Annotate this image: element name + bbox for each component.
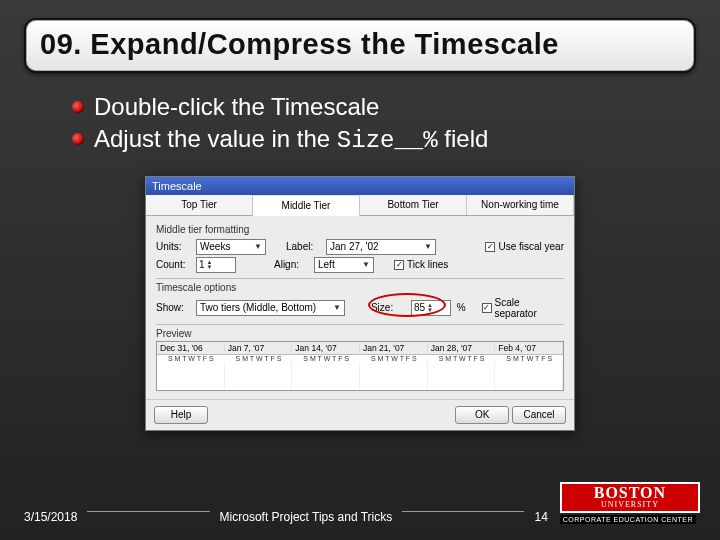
preview-days: S M T W T F S: [225, 355, 293, 362]
slide-title: 09. Expand/Compress the Timescale: [40, 28, 680, 61]
preview-box: Dec 31, '06 Jan 7, '07 Jan 14, '07 Jan 2…: [156, 341, 564, 391]
fiscal-year-checkbox[interactable]: ✓Use fiscal year: [485, 241, 564, 252]
bullet-2-pre: Adjust the value in the: [94, 125, 337, 152]
preview-label: Preview: [156, 328, 564, 339]
label-value: Jan 27, '02: [330, 241, 379, 252]
tab-bottom-tier[interactable]: Bottom Tier: [360, 195, 467, 215]
preview-days: S M T W T F S: [495, 355, 563, 362]
preview-days: S M T W T F S: [157, 355, 225, 362]
dialog-button-row: Help OK Cancel: [146, 399, 574, 430]
tick-lines-checkbox[interactable]: ✓Tick lines: [394, 259, 448, 270]
label-label: Label:: [286, 241, 320, 252]
checkbox-icon: ✓: [394, 260, 404, 270]
help-button[interactable]: Help: [154, 406, 208, 424]
logo-line1: BOSTON: [566, 486, 694, 500]
preview-col: Feb 4, '07: [495, 342, 563, 354]
bu-logo: BOSTON UNIVERSITY CORPORATE EDUCATION CE…: [560, 482, 696, 524]
show-value: Two tiers (Middle, Bottom): [200, 302, 316, 313]
preview-day-row: S M T W T F S S M T W T F S S M T W T F …: [157, 355, 563, 362]
label-combo[interactable]: Jan 27, '02▼: [326, 239, 436, 255]
logo-tagline: CORPORATE EDUCATION CENTER: [560, 515, 696, 524]
chevron-down-icon: ▼: [362, 260, 370, 269]
preview-days: S M T W T F S: [292, 355, 360, 362]
bullet-2-post: field: [438, 125, 489, 152]
checkbox-icon: ✓: [485, 242, 495, 252]
timescale-dialog: Timescale Top Tier Middle Tier Bottom Ti…: [145, 176, 575, 431]
group-timescale-options: Timescale options: [156, 282, 564, 293]
chevron-down-icon: ▼: [333, 303, 341, 312]
scale-separator-label: Scale separator: [495, 297, 564, 319]
units-value: Weeks: [200, 241, 230, 252]
units-combo[interactable]: Weeks▼: [196, 239, 266, 255]
preview-grid: [157, 362, 563, 390]
ok-button[interactable]: OK: [455, 406, 509, 424]
bullet-2-code: Size__%: [337, 127, 438, 154]
count-value: 1: [199, 259, 205, 270]
preview-col: Jan 21, '07: [360, 342, 428, 354]
fiscal-year-label: Use fiscal year: [498, 241, 564, 252]
bullet-list: Double-click the Timescale Adjust the va…: [32, 91, 688, 158]
tab-middle-tier[interactable]: Middle Tier: [253, 196, 360, 216]
preview-col: Jan 14, '07: [292, 342, 360, 354]
preview-header-row: Dec 31, '06 Jan 7, '07 Jan 14, '07 Jan 2…: [157, 342, 563, 355]
tab-top-tier[interactable]: Top Tier: [146, 195, 253, 215]
align-combo[interactable]: Left▼: [314, 257, 374, 273]
checkbox-icon: ✓: [482, 303, 492, 313]
count-spinner[interactable]: 1▲▼: [196, 257, 236, 273]
preview-days: S M T W T F S: [360, 355, 428, 362]
highlight-circle: [368, 293, 446, 317]
preview-col: Jan 28, '07: [428, 342, 496, 354]
slide-footer: 3/15/2018 Microsoft Project Tips and Tri…: [24, 482, 696, 524]
group-middle-tier: Middle tier formatting: [156, 224, 564, 235]
logo-line2: UNIVERSITY: [566, 500, 694, 509]
cancel-button[interactable]: Cancel: [512, 406, 566, 424]
chevron-down-icon: ▼: [254, 242, 262, 251]
scale-separator-checkbox[interactable]: ✓Scale separator: [482, 297, 564, 319]
tick-lines-label: Tick lines: [407, 259, 448, 270]
footer-title: Microsoft Project Tips and Tricks: [220, 510, 393, 524]
bullet-2: Adjust the value in the Size__% field: [72, 123, 688, 157]
show-label: Show:: [156, 302, 190, 313]
slide-title-card: 09. Expand/Compress the Timescale: [24, 18, 696, 73]
align-value: Left: [318, 259, 335, 270]
align-label: Align:: [274, 259, 308, 270]
dialog-titlebar: Timescale: [146, 177, 574, 195]
tab-nonworking[interactable]: Non-working time: [467, 195, 574, 215]
count-label: Count:: [156, 259, 190, 270]
preview-col: Jan 7, '07: [225, 342, 293, 354]
dialog-tabs: Top Tier Middle Tier Bottom Tier Non-wor…: [146, 195, 574, 216]
preview-col: Dec 31, '06: [157, 342, 225, 354]
size-percent: %: [457, 302, 466, 313]
preview-days: S M T W T F S: [428, 355, 496, 362]
units-label: Units:: [156, 241, 190, 252]
footer-page: 14: [534, 510, 547, 524]
show-combo[interactable]: Two tiers (Middle, Bottom)▼: [196, 300, 345, 316]
bullet-1: Double-click the Timescale: [72, 91, 688, 123]
chevron-down-icon: ▼: [424, 242, 432, 251]
footer-date: 3/15/2018: [24, 510, 77, 524]
